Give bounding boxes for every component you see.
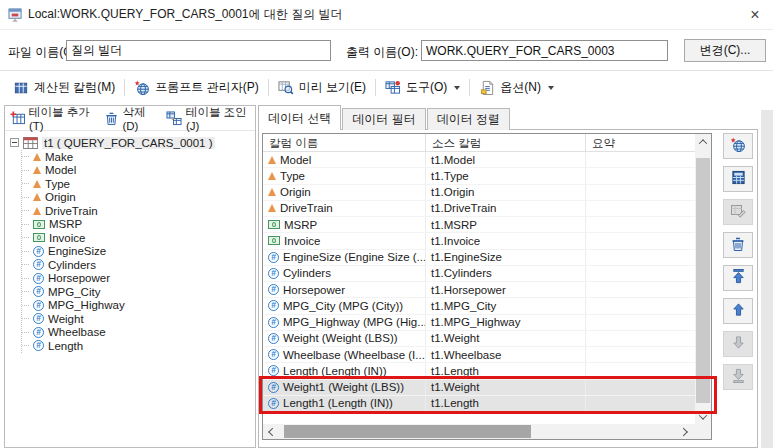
tree-column-Make[interactable]: Make <box>22 150 253 164</box>
column-row-t1.Cylinders[interactable]: Cylinders t1.Cylinders <box>263 266 695 282</box>
change-button[interactable]: 변경(C)... <box>684 39 766 62</box>
header-column-name[interactable]: 칼럼 이름 <box>263 134 426 151</box>
arrow-up-icon <box>731 302 746 320</box>
scroll-down-icon[interactable] <box>695 409 711 424</box>
tables-toolbar-join-tables-button[interactable]: 테이블 조인(J) <box>166 105 250 132</box>
numeric-column-icon <box>268 252 279 263</box>
tree-column-Horsepower[interactable]: Horsepower <box>22 272 253 286</box>
column-row-t1.Invoice[interactable]: Invoice t1.Invoice <box>263 233 695 249</box>
scroll-left-icon[interactable] <box>263 424 279 439</box>
tree-column-Invoice[interactable]: Invoice <box>22 231 253 245</box>
numeric-column-icon <box>33 259 44 270</box>
tree-column-Cylinders[interactable]: Cylinders <box>22 258 253 272</box>
tree-column-DriveTrain[interactable]: DriveTrain <box>22 204 253 218</box>
numeric-column-icon <box>33 313 44 324</box>
horizontal-scrollbar[interactable] <box>263 424 695 439</box>
numeric-column-icon <box>268 349 279 360</box>
numeric-column-icon <box>33 273 44 284</box>
numeric-column-icon <box>268 333 279 344</box>
output-name-label: 출력 이름(O): <box>346 44 418 61</box>
trash-icon <box>731 236 745 255</box>
tree-column-Model[interactable]: Model <box>22 164 253 178</box>
tree-column-Weight[interactable]: Weight <box>22 312 253 326</box>
character-column-icon <box>33 153 41 161</box>
column-row-t1.Length[interactable]: Length (Length (IN)) t1.Length <box>263 363 695 379</box>
move-top-button[interactable] <box>723 265 753 291</box>
scroll-right-icon[interactable] <box>677 424 693 439</box>
tree-column-Length[interactable]: Length <box>22 339 253 353</box>
column-row-t1.Type[interactable]: Type t1.Type <box>263 168 695 184</box>
scroll-up-icon[interactable] <box>695 134 711 149</box>
calculated-columns-icon <box>13 80 29 96</box>
character-column-icon <box>268 204 276 212</box>
calculator-icon <box>731 170 746 188</box>
toolbar-prompt-manager-button[interactable]: 프롬프트 관리자(P) <box>127 76 265 99</box>
file-name-input[interactable] <box>66 40 331 61</box>
header-summary[interactable]: 요약 <box>586 134 695 151</box>
table-icon <box>23 136 38 149</box>
tree-column-MSRP[interactable]: MSRP <box>22 218 253 232</box>
tree-root-t1[interactable]: t1 ( QUERY_FOR_CARS_0001 ) <box>10 135 253 150</box>
character-column-icon <box>268 188 276 196</box>
toolbar-separator <box>469 79 470 96</box>
column-row-t1.Origin[interactable]: Origin t1.Origin <box>263 185 695 201</box>
numeric-column-icon <box>33 300 44 311</box>
tables-toolbar-delete-table-button[interactable]: 삭제(D) <box>104 105 157 132</box>
vertical-scroll-thumb[interactable] <box>696 158 710 403</box>
tables-panel: 테이블 추가(T) 삭제(D) 테이블 조인(J) t1 ( QUERY_FOR… <box>4 105 256 448</box>
right-edge-strip <box>761 110 773 448</box>
toolbar-separator <box>124 79 125 96</box>
join-tables-icon <box>166 110 182 126</box>
column-row-t1.MPG_City[interactable]: MPG_City (MPG (City)) t1.MPG_City <box>263 298 695 314</box>
tree-root-label: t1 ( QUERY_FOR_CARS_0001 ) <box>42 137 215 149</box>
tab-1[interactable]: 데이터 필터 <box>342 108 425 130</box>
vertical-scrollbar[interactable] <box>695 134 711 424</box>
column-row-t1.DriveTrain[interactable]: DriveTrain t1.DriveTrain <box>263 201 695 217</box>
column-row-t1.MSRP[interactable]: MSRP t1.MSRP <box>263 217 695 233</box>
character-column-icon <box>33 180 41 188</box>
column-row-t1.Wheelbase[interactable]: Wheelbase (Wheelbase (I... t1.Wheelbase <box>263 347 695 363</box>
tree-column-EngineSize[interactable]: EngineSize <box>22 245 253 259</box>
dropdown-caret-icon <box>548 86 554 90</box>
tree-column-Wheelbase[interactable]: Wheelbase <box>22 326 253 340</box>
selected-columns-list: 칼럼 이름 소스 칼럼 요약 Model t1.Model Type t1.Ty… <box>262 133 712 440</box>
column-row-t1.Weight[interactable]: Weight (Weight (LBS)) t1.Weight <box>263 331 695 347</box>
output-name-input[interactable] <box>421 40 668 61</box>
add-table-icon <box>10 110 25 126</box>
numeric-column-icon <box>268 268 279 279</box>
toolbar-options-button[interactable]: 옵션(N) <box>472 76 561 99</box>
tab-2[interactable]: 데이터 정렬 <box>427 108 510 130</box>
toolbar-tools-button[interactable]: 도구(O) <box>378 76 467 99</box>
numeric-column-icon <box>268 300 279 311</box>
collapse-icon[interactable] <box>10 138 19 147</box>
header-source-column[interactable]: 소스 칼럼 <box>426 134 586 151</box>
tab-0[interactable]: 데이터 선택 <box>258 105 341 130</box>
toolbar-calculated-columns-button[interactable]: 계산된 칼럼(M) <box>6 76 122 99</box>
tree-column-MPG_Highway[interactable]: MPG_Highway <box>22 299 253 313</box>
tree-column-Origin[interactable]: Origin <box>22 191 253 205</box>
edit-column-button <box>723 199 753 225</box>
table-tree: t1 ( QUERY_FOR_CARS_0001 ) Make Model Ty… <box>5 131 255 353</box>
edit-column-icon <box>730 203 746 222</box>
delete-column-button[interactable] <box>723 232 753 258</box>
computed-column-button[interactable] <box>723 166 753 192</box>
move-up-button[interactable] <box>723 298 753 324</box>
move-down-button <box>723 331 753 357</box>
column-row-t1.Weight[interactable]: Weight1 (Weight (LBS)) t1.Weight <box>263 380 695 396</box>
close-icon[interactable]: × <box>745 5 765 25</box>
horizontal-scroll-thumb[interactable] <box>284 425 531 438</box>
replace-with-prompt-button[interactable] <box>723 133 753 159</box>
tables-toolbar-add-table-button[interactable]: 테이블 추가(T) <box>10 105 95 132</box>
tree-column-Type[interactable]: Type <box>22 177 253 191</box>
column-row-t1.EngineSize[interactable]: EngineSize (Engine Size (... t1.EngineSi… <box>263 250 695 266</box>
column-row-t1.Model[interactable]: Model t1.Model <box>263 152 695 168</box>
window-title: Local:WORK.QUERY_FOR_CARS_0001에 대한 질의 빌더 <box>28 6 343 23</box>
column-row-t1.Horsepower[interactable]: Horsepower t1.Horsepower <box>263 282 695 298</box>
query-builder-icon <box>7 7 23 23</box>
column-row-t1.MPG_Highway[interactable]: MPG_Highway (MPG (Hig... t1.MPG_Highway <box>263 315 695 331</box>
arrow-down-icon <box>731 335 746 353</box>
toolbar-separator <box>375 79 376 96</box>
tree-column-MPG_City[interactable]: MPG_City <box>22 285 253 299</box>
column-row-t1.Length[interactable]: Length1 (Length (IN)) t1.Length <box>263 396 695 412</box>
toolbar-preview-button[interactable]: 미리 보기(E) <box>271 76 373 99</box>
